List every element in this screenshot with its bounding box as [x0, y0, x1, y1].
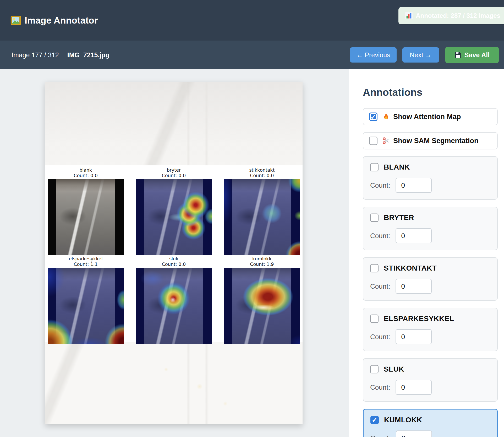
attention-thumbnail-blank [48, 179, 124, 255]
save-all-label: Save All [464, 51, 490, 59]
attention-cell-title: stikkontakt [224, 167, 300, 173]
attention-thumbnail-bryter [136, 179, 212, 255]
attention-cell-count: Count: 0.0 [136, 173, 212, 178]
category-card-kumlokk: KUMLOKK Count: [363, 409, 498, 437]
count-label: Count: [370, 232, 390, 240]
category-label: BRYTER [384, 214, 414, 222]
app-logo: Image Annotator [10, 15, 98, 26]
next-button[interactable]: Next → [402, 47, 439, 63]
attention-cell-count: Count: 1.9 [224, 262, 300, 267]
framed-picture-icon [10, 15, 21, 26]
category-checkbox-sluk[interactable] [370, 365, 379, 373]
count-label: Count: [370, 282, 390, 290]
image-toolbar: Image 177 / 312 IMG_7215.jpg ← Previous … [0, 41, 504, 69]
attention-cell-title: blank [48, 167, 124, 173]
annotated-image: blank Count: 0.0 bryter Count: 0.0 [45, 82, 303, 424]
annotated-count-text: Annotated: 287 / 312 images [416, 12, 500, 19]
category-checkbox-stikkontakt[interactable] [370, 264, 379, 272]
attention-cell-count: Count: 1.1 [48, 262, 124, 267]
fire-icon [382, 113, 390, 121]
floppy-disk-icon [454, 52, 461, 58]
attention-cell-count: Count: 0.0 [136, 262, 212, 267]
category-card-stikkontakt: STIKKONTAKT Count: [363, 257, 498, 301]
sam-segmentation-toggle-label: Show SAM Segmentation [393, 137, 479, 145]
category-card-sluk: SLUK Count: [363, 358, 498, 402]
attention-cell-elsparkesykkel: elsparkesykkel Count: 1.1 [48, 256, 124, 344]
attention-thumbnail-sluk [136, 268, 212, 344]
viewer-area: blank Count: 0.0 bryter Count: 0.0 [0, 69, 349, 437]
save-all-button[interactable]: Save All [445, 47, 499, 63]
count-input-sluk[interactable] [396, 380, 432, 395]
category-label: ELSPARKESYKKEL [384, 315, 454, 323]
count-label: Count: [370, 333, 390, 341]
attention-thumbnail-stikkontakt [224, 179, 300, 255]
category-label: STIKKONTAKT [384, 264, 437, 272]
annotated-count-badge: Annotated: 287 / 312 images [398, 7, 504, 24]
attention-cell-stikkontakt: stikkontakt Count: 0.0 [224, 167, 300, 255]
attention-map-panel: blank Count: 0.0 bryter Count: 0.0 [45, 165, 303, 342]
category-label: KUMLOKK [384, 416, 422, 424]
attention-cell-count: Count: 0.0 [48, 173, 124, 178]
attention-cell-title: elsparkesykkel [48, 256, 124, 262]
sidebar-title: Annotations [363, 87, 498, 98]
attention-cell-title: sluk [136, 256, 212, 262]
category-checkbox-kumlokk[interactable] [370, 416, 379, 424]
toggle-show-sam-segmentation[interactable]: Show SAM Segmentation [363, 132, 498, 149]
image-filename: IMG_7215.jpg [67, 51, 109, 59]
category-card-blank: BLANK Count: [363, 156, 498, 200]
sam-segmentation-checkbox[interactable] [369, 137, 377, 145]
toggle-show-attention-map[interactable]: Show Attention Map [363, 108, 498, 125]
count-input-elsparkesykkel[interactable] [396, 329, 432, 344]
count-label: Count: [370, 181, 390, 189]
app-title: Image Annotator [25, 15, 98, 26]
category-card-bryter: BRYTER Count: [363, 207, 498, 250]
count-label: Count: [370, 383, 390, 391]
category-checkbox-elsparkesykkel[interactable] [370, 315, 379, 323]
attention-cell-kumlokk: kumlokk Count: 1.9 [224, 256, 300, 344]
attention-map-toggle-label: Show Attention Map [393, 113, 461, 121]
attention-map-grid: blank Count: 0.0 bryter Count: 0.0 [48, 167, 300, 344]
attention-map-checkbox[interactable] [369, 113, 377, 121]
attention-cell-bryter: bryter Count: 0.0 [136, 167, 212, 255]
image-position-label: Image 177 / 312 [12, 51, 59, 59]
attention-cell-count: Count: 0.0 [224, 173, 300, 178]
category-label: BLANK [384, 163, 410, 171]
bar-chart-icon [405, 12, 413, 19]
count-input-blank[interactable] [396, 178, 432, 193]
count-input-kumlokk[interactable] [396, 430, 432, 437]
annotations-sidebar: Annotations Show Attention Map [349, 69, 504, 437]
attention-thumbnail-elsparkesykkel [48, 268, 124, 344]
category-label: SLUK [384, 365, 404, 373]
category-card-elsparkesykkel: ELSPARKESYKKEL Count: [363, 308, 498, 351]
count-input-stikkontakt[interactable] [396, 279, 432, 294]
main-content: blank Count: 0.0 bryter Count: 0.0 [0, 69, 504, 437]
app-header: Image Annotator Annotated: 287 / 312 ima… [0, 0, 504, 41]
count-label: Count: [370, 434, 391, 437]
count-input-bryter[interactable] [396, 228, 432, 243]
category-checkbox-blank[interactable] [370, 163, 379, 171]
previous-button[interactable]: ← Previous [350, 47, 397, 63]
attention-cell-blank: blank Count: 0.0 [48, 167, 124, 255]
attention-cell-title: kumlokk [224, 256, 300, 262]
attention-thumbnail-kumlokk [224, 268, 300, 344]
attention-cell-sluk: sluk Count: 0.0 [136, 256, 212, 344]
scissors-icon [382, 137, 390, 145]
attention-cell-title: bryter [136, 167, 212, 173]
category-checkbox-bryter[interactable] [370, 214, 379, 222]
